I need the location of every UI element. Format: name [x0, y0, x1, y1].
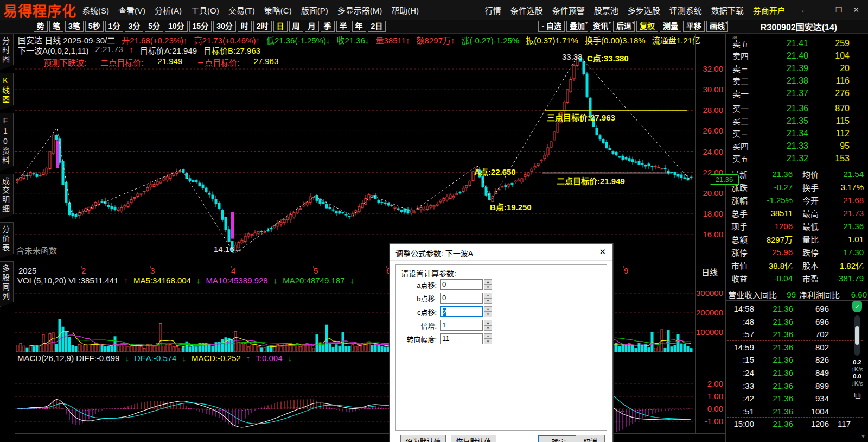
- sidebar-tab-2[interactable]: F10资料: [0, 113, 14, 171]
- dialog-button-3[interactable]: 取消: [576, 435, 605, 442]
- app-logo: 易得程序化: [3, 0, 76, 20]
- tool-button-2[interactable]: 资讯▾: [590, 21, 611, 32]
- sidebar-tab-5[interactable]: 多股同列: [0, 261, 14, 307]
- menu-item-right-6[interactable]: 数据下载: [711, 4, 744, 16]
- ask-row[interactable]: 卖一21.37276: [726, 87, 868, 99]
- spinner-down-icon[interactable]: ▼: [484, 312, 492, 317]
- tool-button-7[interactable]: 画线▾: [706, 21, 728, 32]
- field-input-3[interactable]: 1: [440, 320, 483, 331]
- layout-icon[interactable]: ⧉: [854, 390, 860, 401]
- window-minimize-icon[interactable]: ─: [819, 5, 825, 14]
- sidebar-tab-4[interactable]: 分价表: [0, 222, 14, 258]
- menu-item-7[interactable]: 多显示器(M): [337, 4, 382, 16]
- menu-item-right-3[interactable]: 股票池: [594, 4, 618, 16]
- menu-item-right-1[interactable]: 条件选股: [510, 4, 543, 16]
- menu-item-3[interactable]: 工具(O): [191, 4, 219, 16]
- menu-item-right-4[interactable]: 多步选股: [628, 4, 660, 16]
- period-button-时[interactable]: 时: [238, 21, 252, 32]
- window-close-icon[interactable]: ✕: [853, 5, 859, 14]
- ask-row[interactable]: 卖二21.38116: [726, 74, 868, 87]
- period-button-日[interactable]: 日: [273, 21, 288, 32]
- period-button-10分[interactable]: 10分: [165, 21, 188, 32]
- spinner-up-icon[interactable]: ▲: [484, 306, 492, 312]
- sidebar-tab-1[interactable]: K线图: [0, 73, 14, 110]
- menu-item-8[interactable]: 帮助(H): [391, 4, 419, 16]
- ask-row[interactable]: 卖三21.3920: [726, 62, 868, 74]
- menu-item-4[interactable]: 交易(T): [228, 4, 255, 16]
- tick-scrollbar[interactable]: [854, 315, 860, 356]
- period-button-周[interactable]: 周: [289, 21, 303, 32]
- dialog-titlebar[interactable]: 调整公式参数: 下一波A ✕: [390, 244, 612, 261]
- period-button-月[interactable]: 月: [305, 21, 319, 32]
- spinner-down-icon[interactable]: ▼: [484, 298, 492, 304]
- spinner-up-icon[interactable]: ▲: [484, 320, 492, 325]
- period-button-半[interactable]: 半: [336, 21, 350, 32]
- ask-row[interactable]: 卖四21.40104: [726, 49, 868, 62]
- menu-item-right-5[interactable]: 评测系统: [669, 4, 702, 16]
- confirm-button-2[interactable]: 确定: [538, 435, 580, 442]
- period-button-15分[interactable]: 15分: [189, 21, 212, 32]
- window-restore-icon[interactable]: ❐: [835, 5, 843, 14]
- period-button-1分[interactable]: 1分: [105, 21, 124, 32]
- menu-item-right-2[interactable]: 条件预警: [552, 4, 585, 16]
- spinner-up-icon[interactable]: ▲: [484, 279, 492, 285]
- menu-item-6[interactable]: 版面(P): [301, 4, 328, 16]
- tick-row[interactable]: 14:5921.36802: [726, 341, 851, 353]
- scroll-down-icon[interactable]: ▾: [861, 432, 865, 440]
- tick-row[interactable]: :1521.36826: [726, 353, 851, 366]
- menu-item-right-7[interactable]: 券商开户: [753, 4, 786, 16]
- window-back-icon[interactable]: ←: [801, 5, 808, 14]
- bid-row[interactable]: 买三21.34112: [726, 127, 868, 140]
- bid-row[interactable]: 买五21.32153: [726, 152, 868, 165]
- tick-row[interactable]: :5721.36702: [726, 328, 851, 340]
- spinner-up-icon[interactable]: ▲: [484, 293, 492, 298]
- dialog-button-1[interactable]: 恢复默认值: [451, 435, 496, 442]
- tick-row[interactable]: :5121.361004: [726, 405, 851, 418]
- tool-button-4[interactable]: 复权: [636, 21, 658, 32]
- spinner-down-icon[interactable]: ▼: [484, 285, 492, 290]
- tool-button-5[interactable]: 测量: [660, 21, 681, 32]
- tick-row[interactable]: 14:5821.36696: [726, 302, 851, 315]
- period-button-年[interactable]: 年: [352, 21, 366, 32]
- period-button-3分[interactable]: 3分: [125, 21, 143, 32]
- bid-row[interactable]: 买四21.3395: [726, 140, 868, 152]
- period-button-势[interactable]: 势: [34, 21, 48, 32]
- dialog-button-0[interactable]: 设为默认值: [400, 435, 446, 442]
- spinner-up-icon[interactable]: ▲: [484, 333, 492, 339]
- period-button-30分[interactable]: 30分: [213, 21, 236, 32]
- sidebar-tab-3[interactable]: 成交明细: [0, 174, 14, 219]
- menu-item-0[interactable]: 系统(S): [82, 4, 109, 16]
- menu-item-2[interactable]: 分析(A): [155, 4, 182, 16]
- menu-item-right-0[interactable]: 行情: [485, 4, 501, 16]
- menu-item-1[interactable]: 查看(V): [118, 4, 145, 16]
- field-input-2[interactable]: 2: [440, 306, 483, 317]
- tick-row[interactable]: :4221.36934: [726, 392, 851, 405]
- spinner-down-icon[interactable]: ▼: [484, 325, 492, 331]
- tool-button-1[interactable]: 叠加▾: [566, 21, 588, 32]
- scrollbar-thumb[interactable]: [855, 326, 859, 345]
- sidebar-tab-0[interactable]: 分时图: [0, 34, 14, 70]
- period-button-5秒[interactable]: 5秒: [85, 21, 104, 32]
- tool-button-0[interactable]: - 自选: [538, 21, 565, 32]
- period-button-3笔[interactable]: 3笔: [65, 21, 84, 32]
- period-button-5分[interactable]: 5分: [145, 21, 163, 32]
- tick-row[interactable]: 15:0021.361206117: [726, 418, 851, 430]
- ask-row[interactable]: 卖五21.41259: [726, 37, 868, 49]
- period-button-笔[interactable]: 笔: [49, 21, 63, 32]
- period-button-2时[interactable]: 2时: [253, 21, 272, 32]
- spinner-down-icon[interactable]: ▼: [484, 339, 492, 344]
- menu-item-5[interactable]: 策略(C): [264, 4, 292, 16]
- period-button-2日[interactable]: 2日: [368, 21, 386, 32]
- field-input-4[interactable]: 11: [440, 333, 483, 344]
- tool-button-6[interactable]: 平移: [683, 21, 705, 32]
- tick-row[interactable]: :4821.36696: [726, 315, 851, 328]
- bid-row[interactable]: 买一21.36870: [726, 102, 868, 115]
- tick-row[interactable]: :2421.36849: [726, 367, 851, 379]
- field-input-0[interactable]: 0: [440, 279, 483, 290]
- close-icon[interactable]: ✕: [599, 247, 606, 257]
- tick-row[interactable]: :3321.36899: [726, 380, 851, 392]
- tool-button-3[interactable]: 后退▾: [613, 21, 635, 32]
- bid-row[interactable]: 买二21.35115: [726, 115, 868, 127]
- field-input-1[interactable]: 0: [440, 293, 483, 304]
- period-button-季[interactable]: 季: [321, 21, 335, 32]
